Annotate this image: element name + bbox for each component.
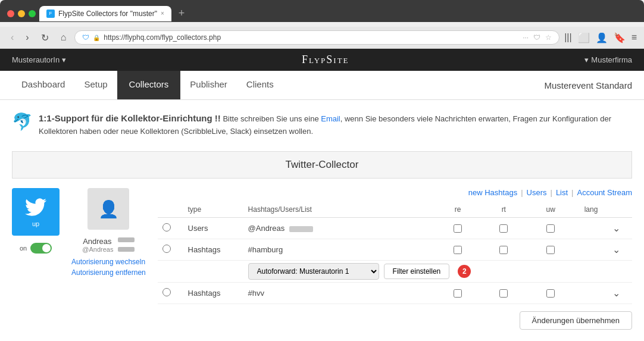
extensions-icon[interactable]: ||| (564, 32, 571, 43)
collectors-table: type Hashtags/Users/List re rt uw lang (158, 202, 632, 304)
forward-button[interactable]: › (22, 31, 32, 44)
app-logo: FlypSite (302, 54, 349, 66)
tab-bar: F FlypSite Collectors for "muster" × + (39, 5, 189, 22)
support-heading: 1:1-Support für die Kollektor-Einrichtun… (39, 113, 221, 123)
row-radio-hamburg[interactable] (162, 245, 171, 253)
type-cell-hamburg: Hashtags (183, 239, 243, 261)
maximize-button[interactable] (29, 10, 36, 17)
th-select (158, 202, 183, 218)
new-tab-button[interactable]: + (174, 5, 190, 22)
new-hashtags-link[interactable]: new Hashtags (468, 188, 517, 197)
row-radio-users[interactable] (162, 223, 171, 231)
collector-section: Twitter-Collector up on 👤 (12, 151, 632, 330)
save-row: Änderungen übernehmen (158, 311, 632, 330)
auth-name: Andreas (83, 237, 111, 246)
expand-hvv-button[interactable]: ⌄ (612, 287, 620, 299)
refresh-button[interactable]: ↻ (37, 31, 52, 45)
twitter-status-label: up (32, 220, 39, 227)
page-content: 🐬 1:1-Support für die Kollektor-Einricht… (0, 100, 644, 341)
toggle-switch[interactable] (30, 243, 52, 254)
twitter-status-box: up on (12, 188, 60, 254)
list-link[interactable]: List (556, 188, 568, 197)
table-row: Hashtags #hamburg ⌄ (158, 239, 632, 261)
account-stream-link[interactable]: Account Stream (577, 188, 633, 197)
toggle-label: on (20, 245, 27, 252)
toggle-row: on (20, 243, 52, 254)
event-label: Musterevent Standard (544, 80, 632, 90)
nav-setup[interactable]: Setup (74, 71, 117, 99)
re-checkbox-users[interactable] (454, 224, 462, 233)
rt-checkbox-hvv[interactable] (499, 289, 508, 298)
company-menu[interactable]: ▾ Musterfirma (584, 55, 632, 64)
user-menu[interactable]: MusterautorIn ▾ (12, 55, 66, 64)
value-cell-users: @Andreas (243, 218, 435, 239)
address-bar: ‹ › ↻ ⌂ 🛡 🔒 https://flyphq.com/flyp_coll… (0, 27, 644, 49)
users-id-placeholder (289, 226, 313, 232)
nav-collectors[interactable]: Collectors (117, 71, 181, 99)
auth-change-link[interactable]: Autorisierung wechseln (71, 258, 146, 266)
row-radio-hvv[interactable] (162, 288, 171, 296)
twitter-auth-box: 👤 Andreas @Andreas Autorisierung wechsel… (71, 188, 146, 277)
save-button[interactable]: Änderungen übernehmen (520, 311, 632, 330)
table-row: Hashtags #hvv ⌄ (158, 283, 632, 304)
auth-remove-link[interactable]: Autorisierung entfernen (71, 268, 146, 277)
nav-dashboard[interactable]: Dashboard (12, 71, 74, 99)
uw-checkbox-hamburg[interactable] (546, 246, 555, 254)
re-checkbox-hamburg[interactable] (454, 246, 462, 254)
windows-icon[interactable]: ⬜ (578, 32, 590, 43)
url-bar[interactable]: 🛡 🔒 https://flyphq.com/flyp_collectors.p… (74, 30, 559, 45)
support-banner: 🐬 1:1-Support für die Kollektor-Einricht… (12, 100, 632, 146)
url-bookmark-icon[interactable]: ☆ (545, 33, 552, 42)
users-link[interactable]: Users (527, 188, 547, 197)
back-button[interactable]: ‹ (7, 31, 17, 44)
menu-icon[interactable]: ≡ (632, 32, 637, 43)
tab-close-button[interactable]: × (161, 10, 164, 17)
url-text: https://flyphq.com/flyp_collectors.php (104, 33, 221, 42)
bookmarks-icon[interactable]: 🔖 (614, 32, 626, 43)
username-label: MusterautorIn (12, 55, 60, 64)
th-action (608, 202, 632, 218)
browser-chrome: F FlypSite Collectors for "muster" × + (0, 0, 644, 22)
user-dropdown-icon[interactable]: ▾ (62, 55, 66, 64)
auth-avatar-placeholder (118, 237, 135, 242)
auth-handle: @Andreas (82, 246, 113, 253)
th-re: re (435, 202, 481, 218)
th-rt: rt (481, 202, 527, 218)
twitter-bird-icon (23, 196, 49, 218)
uw-checkbox-hvv[interactable] (546, 289, 555, 298)
twitter-card: up on 👤 Andreas @An (12, 188, 632, 330)
uw-checkbox-users[interactable] (546, 224, 555, 233)
re-checkbox-hvv[interactable] (454, 289, 462, 298)
support-text-before: Bitte schreiben Sie uns eine (223, 114, 321, 123)
support-email-link[interactable]: Email (321, 114, 340, 123)
browser-menu-icons: ||| ⬜ 👤 🔖 ≡ (564, 32, 637, 43)
auth-avatar: 👤 (87, 188, 129, 230)
value-cell-hamburg: #hamburg (243, 239, 435, 261)
company-dropdown-icon[interactable]: ▾ (584, 55, 589, 64)
url-shield-action-icon[interactable]: 🛡 (533, 33, 540, 42)
browser-tab[interactable]: F FlypSite Collectors for "muster" × (39, 6, 171, 21)
table-row: Users @Andreas ⌄ (158, 218, 632, 239)
autoforward-select[interactable]: Autoforward: Musterautorin 1 (248, 263, 379, 280)
filter-button[interactable]: Filter einstellen (384, 264, 450, 279)
rt-checkbox-hamburg[interactable] (499, 246, 508, 254)
type-cell-users: Users (183, 218, 243, 239)
titlebar: F FlypSite Collectors for "muster" × + (7, 5, 637, 22)
rt-checkbox-users[interactable] (499, 224, 508, 233)
type-cell-hvv: Hashtags (183, 283, 243, 304)
close-button[interactable] (7, 10, 14, 17)
expand-hamburg-button[interactable]: ⌄ (612, 244, 620, 255)
nav-publisher[interactable]: Publisher (180, 71, 237, 99)
autoforward-row: Autoforward: Musterautorin 1 Filter eins… (158, 261, 632, 283)
account-icon[interactable]: 👤 (596, 32, 608, 43)
filter-badge: 2 (458, 265, 471, 278)
home-button[interactable]: ⌂ (57, 31, 70, 44)
th-value: Hashtags/Users/List (243, 202, 435, 218)
url-more-icon[interactable]: ··· (523, 33, 529, 42)
support-text: 1:1-Support für die Kollektor-Einrichtun… (39, 112, 632, 137)
expand-users-button[interactable]: ⌄ (612, 223, 620, 234)
nav-clients[interactable]: Clients (237, 71, 283, 99)
toggle-knob (42, 244, 51, 252)
section-title: Twitter-Collector (286, 159, 359, 170)
minimize-button[interactable] (18, 10, 25, 17)
